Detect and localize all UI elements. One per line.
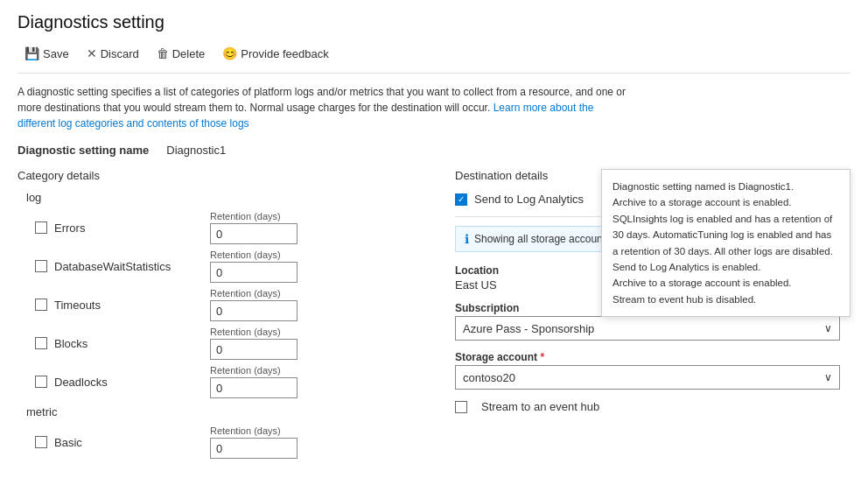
tooltip-line-1: Diagnostic setting named is Diagnostic1. [612, 179, 839, 194]
tooltip-line-5: Archive to a storage account is enabled. [612, 275, 839, 291]
list-item: Blocks Retention (days) [18, 327, 420, 360]
basic-checkbox[interactable] [35, 436, 47, 448]
log-section: log Errors Retention (days) [18, 191, 420, 398]
basic-label: Basic [54, 436, 82, 449]
deadlocks-checkbox[interactable] [35, 376, 47, 388]
right-panel: Destination details ✓ Send to Log Analyt… [455, 169, 850, 466]
metric-section: metric Basic Retention (days) [18, 405, 420, 459]
tooltip-line-6: Stream to event hub is disabled. [612, 292, 839, 307]
errors-label: Errors [54, 221, 85, 235]
storage-account-value: contoso20 [463, 371, 515, 384]
page-title: Diagnostics setting [18, 12, 850, 32]
timeouts-retention-label: Retention (days) [210, 288, 281, 299]
storage-account-dropdown[interactable]: contoso20 ∨ [455, 365, 840, 390]
timeouts-label: Timeouts [54, 299, 101, 312]
tooltip-line-4: Send to Log Analytics is enabled. [612, 259, 839, 275]
chevron-down-icon: ∨ [824, 371, 832, 383]
setting-name-label: Diagnostic setting name [18, 144, 149, 157]
list-item: Deadlocks Retention (days) [18, 365, 420, 398]
dbwait-label: DatabaseWaitStatistics [54, 260, 171, 273]
feedback-icon: 😊 [222, 46, 237, 60]
setting-name-value: Diagnostic1 [166, 144, 226, 157]
dbwait-retention-input[interactable] [210, 262, 298, 283]
deadlocks-retention-label: Retention (days) [210, 365, 281, 376]
tooltip-line-3: SQLInsights log is enabled and has a ret… [612, 211, 839, 259]
basic-retention-label: Retention (days) [210, 425, 281, 436]
blocks-label: Blocks [54, 337, 88, 350]
delete-icon: 🗑 [157, 46, 169, 60]
deadlocks-retention-input[interactable] [210, 377, 298, 398]
save-icon: 💾 [24, 46, 39, 60]
log-analytics-label: Send to Log Analytics [474, 193, 584, 206]
list-item: DatabaseWaitStatistics Retention (days) [18, 250, 420, 283]
blocks-retention-label: Retention (days) [210, 327, 281, 337]
errors-retention-label: Retention (days) [210, 211, 281, 221]
blocks-checkbox[interactable] [35, 337, 47, 349]
timeouts-retention-input[interactable] [210, 300, 298, 321]
errors-retention-input[interactable] [210, 223, 298, 244]
storage-account-label: Storage account * [455, 351, 850, 363]
list-item: Errors Retention (days) [18, 211, 420, 244]
save-button[interactable]: 💾 Save [18, 43, 76, 64]
discard-button[interactable]: ✕ Discard [80, 43, 146, 64]
stream-hub-checkbox[interactable] [455, 401, 467, 413]
errors-checkbox[interactable] [35, 221, 47, 234]
tooltip-box: Diagnostic setting named is Diagnostic1.… [601, 169, 850, 317]
chevron-down-icon: ∨ [824, 322, 832, 334]
basic-retention-input[interactable] [210, 438, 298, 459]
list-item: Timeouts Retention (days) [18, 288, 420, 321]
tooltip-line-2: Archive to a storage account is enabled. [612, 194, 839, 210]
discard-icon: ✕ [87, 46, 97, 60]
stream-hub-row: Stream to an event hub [455, 400, 850, 413]
delete-button[interactable]: 🗑 Delete [150, 43, 213, 64]
info-icon: ℹ [465, 232, 469, 246]
page-container: Diagnostics setting 💾 Save ✕ Discard 🗑 D… [0, 0, 868, 478]
setting-name-row: Diagnostic setting name Diagnostic1 [18, 144, 850, 157]
description-text: A diagnostic setting specifies a list of… [18, 84, 630, 131]
log-label: log [18, 191, 420, 204]
subscription-dropdown[interactable]: Azure Pass - Sponsorship ∨ [455, 316, 840, 341]
metric-label: metric [18, 405, 420, 418]
dbwait-retention-label: Retention (days) [210, 250, 281, 260]
toolbar: 💾 Save ✕ Discard 🗑 Delete 😊 Provide feed… [18, 43, 850, 74]
category-details-title: Category details [18, 169, 420, 182]
blocks-retention-input[interactable] [210, 339, 298, 360]
log-analytics-checkbox[interactable]: ✓ [455, 193, 467, 206]
left-panel: Category details log Errors Retention (d… [18, 169, 420, 466]
stream-hub-label: Stream to an event hub [481, 400, 599, 413]
dbwait-checkbox[interactable] [35, 260, 47, 272]
subscription-value: Azure Pass - Sponsorship [463, 322, 594, 335]
required-star: * [540, 351, 544, 363]
feedback-button[interactable]: 😊 Provide feedback [215, 43, 335, 64]
storage-account-field: Storage account * contoso20 ∨ [455, 351, 850, 390]
timeouts-checkbox[interactable] [35, 299, 47, 311]
main-content: Category details log Errors Retention (d… [18, 169, 850, 466]
deadlocks-label: Deadlocks [54, 376, 108, 389]
list-item: Basic Retention (days) [18, 425, 420, 459]
